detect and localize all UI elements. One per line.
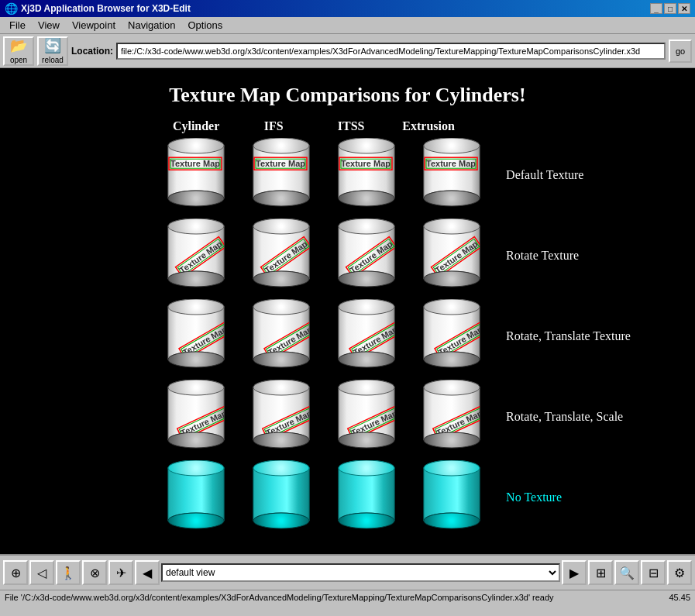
menu-options[interactable]: Options (181, 18, 229, 33)
status-text: File '/C:/x3d-code/www.web3d.org/x3d/con… (5, 593, 554, 602)
nav-btn-walk[interactable]: 🚶 (56, 560, 81, 585)
row-no-texture: No Texture (157, 459, 562, 536)
location-bar: Location: go (71, 40, 692, 63)
title-bar-text: Xj3D Application Browser for X3D-Edit (21, 3, 191, 14)
label-rotate-translate: Rotate, Translate Texture (506, 329, 631, 343)
toolbar: 📂 open 🔄 reload Location: go (0, 34, 695, 68)
location-input[interactable] (116, 43, 666, 60)
cylinder-r2-c2 (248, 219, 315, 293)
bottom-status: File '/C:/x3d-code/www.web3d.org/x3d/con… (0, 590, 695, 604)
cell-r1-c2 (243, 136, 320, 214)
col-header-itss: ITSS (312, 119, 390, 133)
cylinder-r1-c2 (248, 138, 315, 212)
minimize-button[interactable]: _ (650, 3, 662, 14)
cell-r1-c3 (328, 136, 405, 214)
cylinder-r1-c1 (163, 138, 229, 212)
title-bar: 🌐 Xj3D Application Browser for X3D-Edit … (0, 0, 695, 17)
main-content: Texture Map Comparisons for Cylinders! C… (0, 68, 695, 554)
cylinder-r3-c4 (418, 299, 485, 373)
status-right-buttons: ⊞ 🔍 ⊟ ⚙ (588, 560, 692, 585)
cell-r1-c1 (157, 136, 235, 214)
cylinder-r1-c3 (333, 138, 400, 212)
cell-r2-c4 (413, 217, 490, 294)
menu-view[interactable]: View (32, 18, 66, 33)
nav-btn-examine[interactable]: ⊗ (82, 560, 107, 585)
cylinder-r3-c3 (333, 299, 400, 373)
nav-btn-settings[interactable]: ⚙ (667, 560, 692, 585)
title-bar-controls[interactable]: _ □ ✕ (650, 3, 690, 14)
view-dropdown[interactable]: default view (161, 563, 560, 582)
go-button[interactable]: go (669, 40, 692, 63)
nav-btn-zoom[interactable]: 🔍 (614, 560, 639, 585)
cylinder-r1-c4 (418, 138, 485, 212)
cell-r3-c2 (243, 298, 320, 375)
cylinder-r5-c1 (163, 460, 229, 535)
cylinder-r2-c1 (163, 219, 229, 293)
cell-r2-c1 (157, 217, 235, 294)
col-header-cylinder: Cylinder (157, 119, 235, 133)
cell-r2-c3 (328, 217, 405, 294)
menu-file[interactable]: File (3, 18, 32, 33)
cell-r3-c3 (328, 298, 405, 375)
cell-r2-c2 (243, 217, 320, 294)
open-label: open (10, 56, 27, 64)
cylinder-r5-c2 (248, 460, 315, 535)
menu-bar: File View Viewpoint Navigation Options (0, 17, 695, 34)
cylinder-r4-c1 (163, 380, 229, 454)
reload-button[interactable]: 🔄 reload (37, 36, 68, 66)
row-default-texture: Default Texture (157, 136, 583, 214)
cell-r4-c2 (243, 378, 320, 456)
menu-navigation[interactable]: Navigation (122, 18, 181, 33)
nav-btn-grid[interactable]: ⊟ (641, 560, 666, 585)
column-headers: Cylinder IFS ITSS Extrusion (157, 119, 467, 133)
cylinder-r2-c4 (418, 219, 485, 293)
reload-icon: 🔄 (44, 37, 61, 54)
maximize-button[interactable]: □ (664, 3, 676, 14)
cell-r4-c1 (157, 378, 235, 456)
nav-btn-home[interactable]: ◁ (29, 560, 54, 585)
cell-r5-c1 (157, 459, 235, 536)
time-text: 45.45 (669, 593, 690, 602)
page-title: Texture Map Comparisons for Cylinders! (169, 84, 525, 107)
cell-r5-c2 (243, 459, 320, 536)
nav-btn-fit[interactable]: ⊞ (588, 560, 613, 585)
nav-btn-reset[interactable]: ⊕ (3, 560, 28, 585)
menu-viewpoint[interactable]: Viewpoint (66, 18, 122, 33)
cylinder-r3-c1 (163, 299, 229, 373)
reload-label: reload (42, 56, 64, 64)
cylinder-r4-c3 (333, 380, 400, 454)
label-no-texture: No Texture (506, 490, 562, 504)
cell-r3-c4 (413, 298, 490, 375)
cell-r5-c4 (413, 459, 490, 536)
row-rotate-translate: Rotate, Translate Texture (157, 298, 631, 375)
cell-r4-c4 (413, 378, 490, 456)
cell-r1-c4 (413, 136, 490, 214)
cylinder-r5-c3 (333, 460, 400, 535)
cell-r4-c3 (328, 378, 405, 456)
label-default-texture: Default Texture (506, 168, 583, 182)
cylinder-r2-c3 (333, 219, 400, 293)
label-rotate-texture: Rotate Texture (506, 249, 579, 263)
cell-r3-c1 (157, 298, 235, 375)
col-header-ifs: IFS (235, 119, 312, 133)
nav-btn-next[interactable]: ▶ (562, 560, 587, 585)
close-button[interactable]: ✕ (678, 3, 690, 14)
title-bar-left: 🌐 Xj3D Application Browser for X3D-Edit (5, 2, 191, 15)
app-icon: 🌐 (5, 2, 18, 15)
status-bar: ⊕ ◁ 🚶 ⊗ ✈ ◀ default view ▶ ⊞ 🔍 ⊟ ⚙ (0, 554, 695, 590)
open-icon: 📂 (10, 37, 27, 54)
location-label: Location: (71, 46, 113, 57)
open-button[interactable]: 📂 open (3, 36, 34, 66)
col-header-extrusion: Extrusion (390, 119, 467, 133)
cylinder-r5-c4 (418, 460, 485, 535)
cylinder-r4-c2 (248, 380, 315, 454)
nav-btn-fly[interactable]: ✈ (108, 560, 133, 585)
grid-container: Cylinder IFS ITSS Extrusion Default Text… (64, 119, 631, 539)
row-rotate-texture: Rotate Texture (157, 217, 579, 294)
cylinder-r4-c4 (418, 380, 485, 454)
nav-btn-prev[interactable]: ◀ (135, 560, 160, 585)
label-rotate-translate-scale: Rotate, Translate, Scale (506, 410, 623, 424)
row-rotate-translate-scale: Rotate, Translate, Scale (157, 378, 623, 456)
cell-r5-c3 (328, 459, 405, 536)
cylinder-r3-c2 (248, 299, 315, 373)
